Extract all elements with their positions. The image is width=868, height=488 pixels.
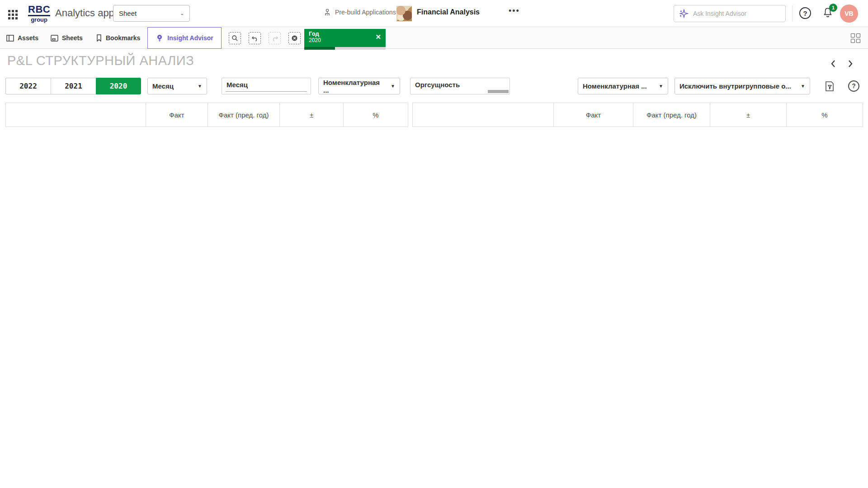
pl-structure-table: ФактФакт (пред. год)±% bbox=[5, 103, 408, 127]
insight-advisor-search[interactable] bbox=[674, 5, 786, 22]
chevron-down-icon: ⌄ bbox=[180, 11, 185, 16]
column-header[interactable]: Факт bbox=[554, 103, 633, 127]
dropdown-arrow-icon: ▼ bbox=[386, 84, 395, 89]
app-thumbnail[interactable] bbox=[396, 6, 412, 21]
next-sheet-button[interactable] bbox=[844, 57, 857, 70]
dropdown-arrow-icon: ▼ bbox=[654, 84, 663, 89]
assets-panel-icon bbox=[6, 35, 14, 42]
sheet-selector-value: Sheet bbox=[119, 9, 137, 17]
prebuild-applications-link[interactable]: Pre-build Applications bbox=[323, 8, 396, 16]
selections-back-button[interactable] bbox=[249, 32, 261, 44]
column-header[interactable]: ± bbox=[280, 103, 344, 127]
notification-badge: 1 bbox=[829, 4, 837, 12]
month-dropdown[interactable]: Месяц ▼ bbox=[147, 78, 207, 94]
column-header[interactable] bbox=[413, 103, 554, 127]
divider bbox=[792, 5, 793, 22]
filter-document-button[interactable] bbox=[823, 80, 836, 93]
month-listbox[interactable]: Месяц bbox=[222, 78, 311, 94]
selections-forward-button[interactable] bbox=[269, 32, 281, 44]
redo-arrow-icon bbox=[271, 35, 278, 42]
selection-chip-progress bbox=[304, 47, 386, 50]
top-bar: RBC group Analytics app Sheet ⌄ Pre-buil… bbox=[0, 0, 868, 27]
help-button[interactable]: ? bbox=[799, 7, 811, 19]
year-button-2022[interactable]: 2022 bbox=[5, 78, 51, 94]
filter-bar: 202220212020 Месяц ▼ Месяц Номенклатурна… bbox=[5, 78, 864, 94]
column-header[interactable] bbox=[6, 103, 146, 127]
avatar[interactable]: VB bbox=[840, 5, 858, 23]
year-button-group: 202220212020 bbox=[5, 78, 141, 94]
chevron-left-icon bbox=[830, 60, 836, 68]
clear-icon bbox=[291, 35, 298, 42]
column-header[interactable]: % bbox=[344, 103, 408, 127]
tab-assets[interactable]: Assets bbox=[6, 27, 38, 49]
dropdown-arrow-icon: ▼ bbox=[193, 84, 202, 89]
logo-line2: group bbox=[28, 17, 50, 23]
ask-insight-advisor-input[interactable] bbox=[693, 10, 770, 17]
toolbar: Assets Sheets Bookmarks Insight Advisor bbox=[0, 27, 868, 49]
prebuild-label: Pre-build Applications bbox=[335, 9, 396, 16]
exclude-intragroup-dropdown[interactable]: Исключить внутригрупповые о... ▼ bbox=[675, 78, 810, 94]
sheets-icon bbox=[51, 35, 58, 42]
clear-selections-button[interactable] bbox=[288, 32, 301, 44]
dropdown-arrow-icon: ▼ bbox=[796, 84, 805, 89]
column-header[interactable]: Факт (пред. год) bbox=[633, 103, 710, 127]
org-hierarchy-icon bbox=[323, 8, 331, 16]
tab-sheets-label: Sheets bbox=[62, 34, 83, 42]
nomenclature-dropdown[interactable]: Номенклатурная ... ▼ bbox=[318, 78, 400, 94]
current-app-name[interactable]: Financial Analysis bbox=[417, 8, 480, 16]
bookmark-icon bbox=[96, 34, 102, 42]
filter-document-icon bbox=[825, 81, 835, 92]
column-header[interactable]: Факт bbox=[146, 103, 208, 127]
org-entity-listbox[interactable]: Оргсущность bbox=[410, 78, 510, 94]
exclude-intragroup-label: Исключить внутригрупповые о... bbox=[679, 82, 791, 90]
year-button-2021[interactable]: 2021 bbox=[51, 78, 96, 94]
sparkle-icon bbox=[679, 9, 689, 19]
column-header[interactable]: % bbox=[787, 103, 863, 127]
listbox-underline bbox=[226, 91, 307, 92]
tab-insight-advisor[interactable]: Insight Advisor bbox=[147, 27, 222, 49]
tab-assets-label: Assets bbox=[18, 34, 38, 42]
year-button-2020[interactable]: 2020 bbox=[96, 78, 141, 94]
notifications-button[interactable]: 1 bbox=[822, 6, 835, 20]
tab-bookmarks[interactable]: Bookmarks bbox=[96, 27, 140, 49]
chevron-right-icon bbox=[847, 60, 854, 68]
sheet-help-button[interactable]: ? bbox=[848, 80, 859, 92]
undo-arrow-icon bbox=[251, 35, 259, 42]
revenue-detail-table: ФактФакт (пред. год)±% bbox=[412, 103, 863, 127]
lightbulb-icon bbox=[156, 34, 164, 42]
page-title: P&L СТРУКТУРНЫЙ АНАЛИЗ bbox=[7, 53, 194, 68]
smart-search-button[interactable] bbox=[229, 32, 241, 44]
selection-chip-field: Год bbox=[304, 29, 386, 37]
org-entity-listbox-title: Оргсущность bbox=[415, 81, 460, 89]
app-title: Analytics app bbox=[55, 7, 114, 19]
rbc-group-logo: RBC group bbox=[28, 5, 50, 23]
app-more-menu[interactable]: ••• bbox=[509, 6, 520, 16]
tab-bookmarks-label: Bookmarks bbox=[106, 34, 140, 42]
selection-chip-value: 2020 bbox=[304, 37, 386, 43]
month-listbox-title: Месяц bbox=[226, 81, 248, 89]
month-dropdown-label: Месяц bbox=[152, 82, 174, 90]
tab-insight-advisor-label: Insight Advisor bbox=[167, 34, 213, 42]
grid-view-icon[interactable] bbox=[851, 33, 861, 43]
column-header[interactable]: ± bbox=[710, 103, 787, 127]
sheet-selector-dropdown[interactable]: Sheet ⌄ bbox=[113, 5, 190, 22]
nomenclature-dropdown-2-label: Номенклатурная ... bbox=[583, 82, 647, 90]
listbox-scrollbar[interactable] bbox=[488, 90, 509, 93]
search-icon bbox=[231, 35, 238, 42]
tab-sheets[interactable]: Sheets bbox=[51, 27, 83, 49]
nomenclature-dropdown-2[interactable]: Номенклатурная ... ▼ bbox=[578, 78, 668, 94]
app-launcher-icon[interactable] bbox=[8, 10, 19, 21]
previous-sheet-button[interactable] bbox=[826, 57, 840, 70]
selection-chip-year[interactable]: Год 2020 ✕ bbox=[304, 29, 386, 47]
column-header[interactable]: Факт (пред. год) bbox=[208, 103, 280, 127]
remove-selection-icon[interactable]: ✕ bbox=[375, 33, 381, 41]
nomenclature-dropdown-label: Номенклатурная ... bbox=[323, 79, 386, 94]
logo-line1: RBC bbox=[28, 5, 50, 16]
